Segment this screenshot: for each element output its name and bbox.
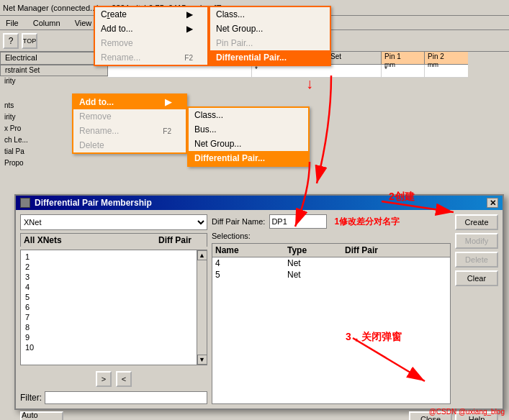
ctx2-delete-label: Delete bbox=[79, 140, 104, 150]
filter-label: Filter: bbox=[20, 393, 42, 403]
annotation-step3: 3，关闭弹窗 bbox=[346, 331, 402, 344]
sub2-bus-label: Bus... bbox=[194, 124, 217, 134]
sel-col-type: Type bbox=[287, 245, 345, 255]
dialog-close-button[interactable]: ✕ bbox=[487, 198, 498, 208]
scroll-up-btn[interactable]: ▲ bbox=[197, 250, 207, 260]
ctx1-create[interactable]: Create ▶ bbox=[95, 7, 207, 22]
filter-input[interactable] bbox=[45, 391, 207, 404]
toolbar-icon-1[interactable]: ? bbox=[3, 33, 19, 49]
selections-header: Name Type Diff Pair bbox=[212, 244, 450, 257]
ctx2-delete: Delete bbox=[73, 138, 186, 152]
sel-row-1: 4 Net bbox=[212, 257, 450, 269]
sel-name-5: 5 bbox=[215, 270, 287, 280]
move-right-button[interactable]: > bbox=[96, 371, 112, 387]
watermark: @CSDN @uxiang_blog bbox=[429, 408, 505, 416]
ctx1-rename-shortcut: F2 bbox=[184, 54, 193, 62]
ctx1-remove: Remove bbox=[95, 36, 207, 50]
list-item-9[interactable]: 9 bbox=[22, 332, 195, 342]
ctx1-rename-label: Rename... bbox=[101, 52, 140, 63]
side-buttons: Create Modify Delete Clear bbox=[455, 214, 498, 404]
constraint-set-label: rstraint Set bbox=[0, 65, 108, 76]
selections-label: Selections: bbox=[212, 232, 451, 240]
propo-label: Propo bbox=[0, 158, 108, 170]
sub1-diffpair-label: Differential Pair... bbox=[216, 52, 287, 63]
clear-button[interactable]: Clear bbox=[455, 270, 498, 286]
list-header: All XNets Diff Pair bbox=[20, 233, 207, 247]
auto-setup-button[interactable]: Auto Setup... bbox=[20, 411, 63, 420]
list-item-7[interactable]: 7 bbox=[22, 312, 195, 322]
move-left-button[interactable]: < bbox=[116, 371, 132, 387]
sel-col-diffpair: Diff Pair bbox=[345, 245, 447, 255]
ctx2-addto-arrow: ▶ bbox=[165, 97, 171, 107]
ctx2-rename-shortcut: F2 bbox=[163, 127, 171, 135]
sel-diffpair-1 bbox=[345, 258, 447, 268]
cell-empty bbox=[108, 65, 252, 77]
list-body: 1 2 3 4 5 6 7 8 9 10 ▲ ▼ bbox=[20, 250, 207, 365]
sub1-diffpair[interactable]: Differential Pair... bbox=[210, 50, 330, 65]
menu-column[interactable]: Column bbox=[30, 17, 63, 29]
sub1-netgroup[interactable]: Net Group... bbox=[210, 22, 330, 36]
ctx2-rename: Rename... F2 bbox=[73, 124, 186, 138]
delete-button[interactable]: Delete bbox=[455, 252, 498, 268]
ctx1-create-label: Create bbox=[101, 9, 127, 19]
filter-row: Filter: bbox=[20, 391, 207, 404]
irity-label: irity bbox=[0, 76, 108, 88]
bottom-spacer bbox=[66, 411, 406, 420]
list-content: 1 2 3 4 5 6 7 8 9 10 bbox=[21, 250, 197, 365]
diff-pair-name-label: Diff Pair Name: bbox=[212, 217, 265, 226]
sel-row-2: 5 Net bbox=[212, 269, 450, 280]
sel-name-4: 4 bbox=[215, 258, 287, 268]
col-pin1: Pin 1mm bbox=[382, 52, 425, 64]
list-col-allxnets: All XNets bbox=[24, 235, 146, 245]
sub2-class-label: Class... bbox=[194, 110, 223, 120]
sub1-pinpair: Pin Pair... bbox=[210, 36, 330, 50]
electrical-label: Electrical bbox=[0, 52, 108, 65]
ctx1-addto-arrow: ▶ bbox=[186, 24, 193, 34]
menu-file[interactable]: File bbox=[3, 17, 22, 29]
list-col-diffpair: Diff Pair bbox=[146, 235, 204, 245]
ctx2-addto[interactable]: Add to... ▶ bbox=[73, 95, 186, 109]
list-item-6[interactable]: 6 bbox=[22, 302, 195, 312]
submenu-1: Class... Net Group... Pin Pair... Differ… bbox=[209, 6, 331, 66]
ctx2-rename-label: Rename... bbox=[79, 126, 119, 136]
ctx2-addto-label: Add to... bbox=[79, 97, 114, 107]
ctx2-remove-label: Remove bbox=[79, 111, 112, 122]
ctx1-create-arrow: ▶ bbox=[186, 9, 193, 19]
sub2-netgroup-label: Net Group... bbox=[194, 139, 241, 149]
list-item-3[interactable]: 3 bbox=[22, 272, 195, 282]
ctx2-remove: Remove bbox=[73, 109, 186, 124]
sub1-netgroup-label: Net Group... bbox=[216, 24, 263, 34]
xnet-dropdown[interactable]: XNet Net bbox=[20, 214, 207, 230]
sub1-class-label: Class... bbox=[216, 9, 245, 19]
list-item-5[interactable]: 5 bbox=[22, 292, 195, 302]
list-item-1[interactable]: 1 bbox=[22, 252, 195, 262]
ctx1-addto[interactable]: Add to... ▶ bbox=[95, 22, 207, 36]
sub1-class[interactable]: Class... bbox=[210, 7, 330, 22]
sub1-pinpair-label: Pin Pair... bbox=[216, 38, 253, 48]
annotation-step2: 2创建 bbox=[389, 191, 415, 204]
context-menu-1: Create ▶ Add to... ▶ Remove Rename... F2 bbox=[94, 6, 209, 66]
list-item-2[interactable]: 2 bbox=[22, 262, 195, 272]
dialog-icon bbox=[20, 198, 30, 208]
col-pin2: Pin 2mm bbox=[425, 52, 468, 64]
sub2-diffpair-label: Differential Pair... bbox=[194, 153, 265, 163]
arrow-svg-2 bbox=[274, 155, 331, 241]
dialog-title-text: Differential Pair Membership bbox=[35, 198, 152, 208]
dialog-left-panel: XNet Net All XNets Diff Pair 1 2 3 4 5 6… bbox=[20, 214, 207, 404]
arrow-buttons: > < bbox=[20, 371, 207, 387]
scroll-down-btn[interactable]: ▼ bbox=[197, 355, 207, 365]
toolbar-icon-2[interactable]: TOP bbox=[22, 33, 37, 49]
ctx1-addto-label: Add to... bbox=[101, 24, 133, 34]
sel-type-net-1: Net bbox=[287, 258, 345, 268]
list-item-4[interactable]: 4 bbox=[22, 282, 195, 292]
sel-diffpair-2 bbox=[345, 270, 447, 280]
sel-col-name: Name bbox=[215, 245, 287, 255]
context-menu-2: Add to... ▶ Remove Rename... F2 Delete bbox=[72, 93, 187, 154]
modify-button[interactable]: Modify bbox=[455, 233, 498, 249]
list-item-8[interactable]: 8 bbox=[22, 322, 195, 332]
sel-type-net-2: Net bbox=[287, 270, 345, 280]
menu-view[interactable]: View bbox=[72, 17, 95, 29]
list-scrollbar[interactable]: ▲ ▼ bbox=[197, 250, 207, 365]
ctx1-rename: Rename... F2 bbox=[95, 50, 207, 65]
list-item-10[interactable]: 10 bbox=[22, 342, 195, 352]
